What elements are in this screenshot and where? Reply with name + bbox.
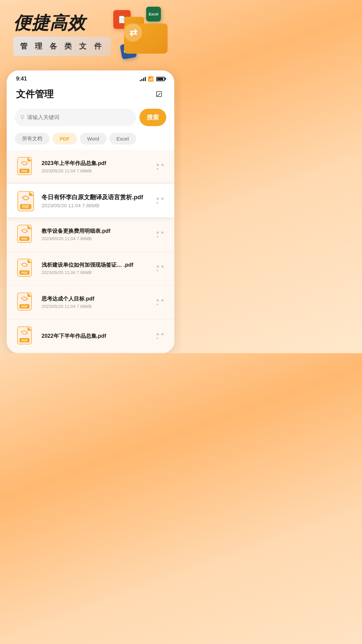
folder-icon: ⇄ — [124, 17, 168, 54]
file-name: 浅析建设单位如何加强现场签证… .pdf — [42, 262, 155, 269]
search-input-wrapper: ⚲ — [15, 109, 136, 126]
filter-tabs: 所有文档 PDF Word Excel — [7, 131, 174, 150]
signal-icon — [140, 76, 146, 81]
more-options-button[interactable] — [155, 263, 166, 274]
pdf-file-icon: PDF — [15, 258, 36, 279]
search-input[interactable] — [27, 114, 131, 120]
more-dots-icon — [157, 163, 165, 170]
file-meta: 2023/05/20 11:04 7.86MB — [42, 168, 155, 173]
more-dots-icon — [157, 265, 165, 272]
svg-text:PDF: PDF — [21, 339, 28, 342]
file-info: 思考达成个人目标.pdf 2023/05/20 11:04 7.86MB — [42, 296, 155, 309]
search-button[interactable]: 搜索 — [139, 109, 166, 126]
status-time: 9:41 — [16, 76, 27, 82]
search-row: ⚲ 搜索 — [7, 106, 174, 131]
list-item[interactable]: PDF 2023年上半年作品总集.pdf 2023/05/20 11:04 7.… — [7, 150, 174, 184]
file-name: 冬日有怀李白原文翻译及语言赏析.pdf — [42, 193, 155, 201]
more-options-button[interactable] — [155, 229, 166, 240]
more-options-button[interactable] — [155, 330, 166, 342]
more-dots-icon — [157, 333, 165, 339]
phone-mockup: 9:41 📶 文件管理 ⚲ — [7, 70, 174, 353]
file-info: 浅析建设单位如何加强现场签证… .pdf 2023/05/20 11:04 7.… — [42, 262, 155, 275]
battery-icon — [156, 77, 165, 81]
svg-text:PDF: PDF — [21, 237, 28, 240]
file-name: 2023年上半年作品总集.pdf — [42, 160, 155, 167]
app-title: 文件管理 — [16, 88, 54, 101]
tab-word[interactable]: Word — [80, 133, 107, 145]
more-options-button[interactable] — [155, 297, 166, 308]
file-name: 2022年下半年作品总集.pdf — [42, 333, 155, 340]
more-dots-icon — [157, 197, 165, 204]
pdf-file-icon: PDF — [15, 291, 36, 313]
file-meta: 2023/05/20 11:04 7.86MB — [42, 203, 155, 208]
folder-arrows: ⇄ — [124, 23, 142, 42]
pdf-file-icon: PDF — [15, 325, 36, 347]
folder-tab — [124, 17, 144, 24]
svg-text:PDF: PDF — [21, 271, 28, 274]
app-header: 文件管理 — [7, 85, 174, 106]
svg-text:PDF: PDF — [22, 205, 29, 209]
search-icon: ⚲ — [20, 114, 24, 121]
file-name: 教学设备更换费用明细表.pdf — [42, 228, 155, 235]
hero-subtitle: 管 理 各 类 文 件 — [13, 37, 111, 56]
file-meta: 2023/05/20 11:04 7.86MB — [42, 236, 155, 241]
svg-text:PDF: PDF — [21, 305, 28, 308]
list-item[interactable]: PDF 2022年下半年作品总集.pdf — [7, 319, 174, 353]
file-info: 2023年上半年作品总集.pdf 2023/05/20 11:04 7.86MB — [42, 160, 155, 173]
file-meta: 2023/05/20 11:04 7.86MB — [42, 304, 155, 309]
list-item[interactable]: PDF 冬日有怀李白原文翻译及语言赏析.pdf 2023/05/20 11:04… — [7, 184, 174, 218]
list-item[interactable]: PDF 教学设备更换费用明细表.pdf 2023/05/20 11:04 7.8… — [7, 218, 174, 252]
file-info: 2022年下半年作品总集.pdf — [42, 333, 155, 340]
more-dots-icon — [157, 299, 165, 306]
svg-text:PDF: PDF — [21, 169, 28, 173]
hero-icons: 📄 Excel Word ⇄ — [104, 7, 171, 67]
pdf-file-icon: PDF — [15, 224, 36, 245]
status-bar: 9:41 📶 — [7, 70, 174, 85]
more-options-button[interactable] — [155, 195, 166, 206]
pdf-file-icon: PDF — [15, 190, 36, 211]
file-meta: 2023/05/20 11:04 7.86MB — [42, 270, 155, 275]
more-dots-icon — [157, 231, 165, 238]
file-list: PDF 2023年上半年作品总集.pdf 2023/05/20 11:04 7.… — [7, 150, 174, 353]
tab-pdf[interactable]: PDF — [52, 133, 77, 145]
list-item[interactable]: PDF 浅析建设单位如何加强现场签证… .pdf 2023/05/20 11:0… — [7, 252, 174, 285]
wifi-icon: 📶 — [148, 76, 154, 82]
status-icons: 📶 — [140, 76, 165, 82]
more-options-button[interactable] — [155, 161, 166, 172]
list-item[interactable]: PDF 思考达成个人目标.pdf 2023/05/20 11:04 7.86MB — [7, 285, 174, 319]
file-info: 教学设备更换费用明细表.pdf 2023/05/20 11:04 7.86MB — [42, 228, 155, 241]
file-name: 思考达成个人目标.pdf — [42, 296, 155, 303]
tab-all-docs[interactable]: 所有文档 — [15, 133, 50, 145]
edit-icon[interactable] — [154, 89, 165, 100]
file-info: 冬日有怀李白原文翻译及语言赏析.pdf 2023/05/20 11:04 7.8… — [42, 193, 155, 208]
hero-section: 便捷高效 管 理 各 类 文 件 📄 Excel Word ⇄ — [0, 0, 181, 67]
folder-body: ⇄ — [124, 23, 168, 54]
tab-excel[interactable]: Excel — [109, 133, 136, 145]
pdf-file-icon: PDF — [15, 156, 36, 177]
